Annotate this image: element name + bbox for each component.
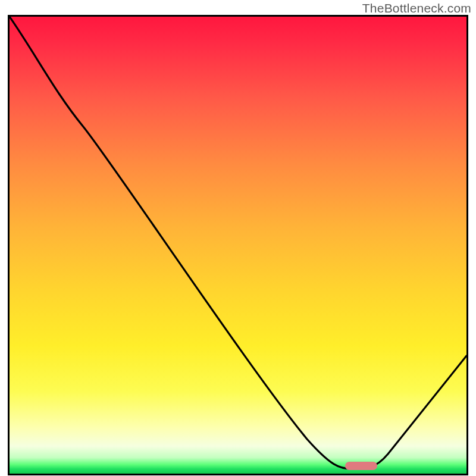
bottleneck-curve-svg bbox=[10, 17, 466, 474]
plot-area bbox=[8, 15, 468, 475]
bottleneck-curve-path bbox=[10, 17, 466, 469]
chart-container: TheBottleneck.com bbox=[0, 0, 476, 476]
watermark-text: TheBottleneck.com bbox=[362, 1, 471, 15]
optimal-range-marker bbox=[345, 462, 377, 470]
